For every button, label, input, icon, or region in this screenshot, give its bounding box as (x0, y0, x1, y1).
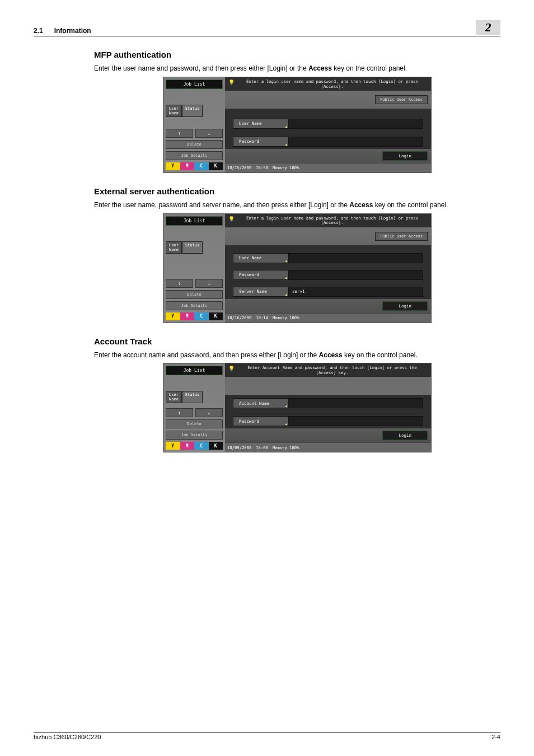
bulb-icon: 💡 (228, 80, 235, 87)
login-button[interactable]: Login (382, 151, 428, 161)
toner-levels: Y M C K (166, 162, 223, 170)
section-number: 2.1 (34, 27, 43, 35)
tab-status[interactable]: Status (182, 241, 203, 254)
password-value[interactable] (289, 270, 423, 280)
footer-left: bizhub C360/C280/C220 (34, 734, 101, 740)
instruction-tip: 💡 Enter a login user name and password, … (225, 77, 431, 91)
page-footer: bizhub C360/C280/C220 2-4 (34, 732, 500, 740)
bulb-icon: 💡 (228, 216, 235, 224)
delete-button[interactable]: Delete (166, 140, 223, 149)
user-name-value[interactable] (289, 253, 423, 263)
toner-y-icon: Y (166, 442, 180, 450)
toner-k-icon: K (209, 162, 223, 170)
job-list-button[interactable]: Job List (166, 216, 223, 226)
page-header: 2.1 Information 2 (34, 20, 500, 36)
public-user-access-button[interactable]: Public User Access (375, 232, 428, 241)
chapter-number: 2 (476, 20, 500, 35)
status-date: 10/15/2009 (227, 166, 251, 170)
footer-right: 2-4 (491, 734, 500, 740)
arrow-up-button[interactable]: ↑ (166, 129, 193, 138)
status-date: 10/16/2009 (227, 316, 251, 320)
bulb-icon: 💡 (228, 366, 235, 374)
tab-user-name[interactable]: User Name (166, 241, 182, 254)
toner-m-icon: M (180, 162, 195, 170)
body-account: Enter the account name and password, and… (94, 351, 500, 360)
job-details-button[interactable]: Job Details (166, 431, 223, 440)
toner-m-icon: M (180, 312, 195, 320)
server-name-value[interactable]: serv1 (289, 287, 423, 297)
toner-c-icon: C (194, 442, 209, 450)
mfp-login-screenshot: Job List User Name Status ↑ ↓ Delete Job… (163, 77, 432, 173)
section-title: Information (54, 27, 91, 35)
server-name-button[interactable]: Server Name (233, 287, 289, 297)
toner-c-icon: C (194, 162, 209, 170)
status-memory: Memory 100% (273, 166, 299, 170)
public-user-access-button[interactable]: Public User Access (375, 95, 428, 104)
arrow-down-button[interactable]: ↓ (195, 279, 223, 288)
heading-account: Account Track (94, 337, 500, 346)
status-date: 10/09/2008 (227, 446, 251, 450)
status-time: 10:14 (256, 316, 268, 320)
heading-mfp: MFP authentication (94, 50, 500, 59)
status-time: 15:08 (256, 446, 268, 450)
toner-levels: Y M C K (166, 312, 223, 320)
tab-status[interactable]: Status (182, 391, 203, 403)
password-value[interactable] (289, 137, 423, 147)
toner-k-icon: K (209, 312, 223, 320)
login-button[interactable]: Login (382, 431, 428, 440)
password-button[interactable]: Password (233, 137, 289, 147)
arrow-up-button[interactable]: ↑ (166, 408, 193, 417)
job-details-button[interactable]: Job Details (166, 301, 223, 310)
user-name-button[interactable]: User Name (233, 119, 289, 129)
body-external: Enter the user name, password and server… (94, 200, 500, 210)
login-button[interactable]: Login (382, 301, 428, 311)
toner-k-icon: K (209, 442, 223, 450)
password-button[interactable]: Password (233, 416, 289, 426)
tab-user-name[interactable]: User Name (166, 391, 182, 403)
job-list-button[interactable]: Job List (166, 80, 223, 89)
external-login-screenshot: Job List User Name Status ↑ ↓ Delete Job… (163, 213, 432, 323)
toner-y-icon: Y (166, 162, 180, 170)
password-value[interactable] (289, 416, 423, 426)
instruction-tip: 💡 Enter a login user name and password, … (225, 214, 431, 227)
arrow-down-button[interactable]: ↓ (195, 129, 223, 138)
account-login-screenshot: Job List User Name Status ↑ ↓ Delete Job… (163, 363, 432, 452)
account-name-value[interactable] (289, 398, 423, 408)
body-mfp: Enter the user name and password, and th… (94, 64, 500, 73)
toner-levels: Y M C K (166, 442, 223, 450)
job-list-button[interactable]: Job List (166, 366, 223, 375)
instruction-tip: 💡 Enter Account Name and password, and t… (225, 363, 431, 377)
delete-button[interactable]: Delete (166, 290, 223, 299)
toner-m-icon: M (180, 442, 195, 450)
status-memory: Memory 100% (273, 446, 299, 450)
password-button[interactable]: Password (233, 270, 289, 280)
tab-user-name[interactable]: User Name (166, 105, 182, 117)
heading-external: External server authentication (94, 186, 500, 196)
user-name-button[interactable]: User Name (233, 253, 289, 263)
toner-y-icon: Y (166, 312, 180, 320)
arrow-up-button[interactable]: ↑ (166, 279, 193, 288)
user-name-value[interactable] (289, 119, 423, 129)
status-memory: Memory 100% (273, 316, 299, 320)
toner-c-icon: C (194, 312, 209, 320)
status-time: 16:58 (256, 166, 268, 170)
job-details-button[interactable]: Job Details (166, 151, 223, 160)
tab-status[interactable]: Status (182, 105, 203, 117)
account-name-button[interactable]: Account Name (233, 398, 289, 408)
delete-button[interactable]: Delete (166, 419, 223, 428)
arrow-down-button[interactable]: ↓ (195, 408, 223, 417)
